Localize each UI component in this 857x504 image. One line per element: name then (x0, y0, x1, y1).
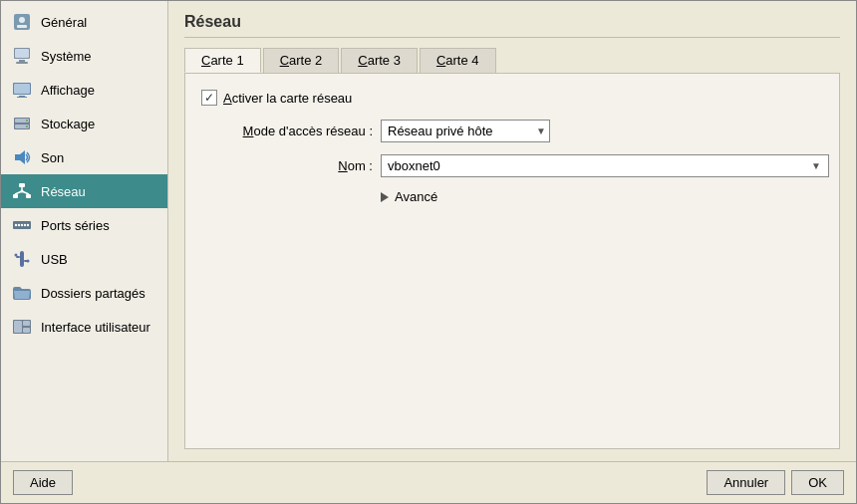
sidebar-item-display[interactable]: Affichage (1, 73, 167, 107)
tab-bar: Carte 1 Carte 2 Carte 3 Carte 4 (184, 48, 840, 73)
section-title: Réseau (184, 13, 840, 38)
sidebar-label-serial: Ports séries (41, 218, 110, 233)
tab-carte2[interactable]: Carte 2 (263, 48, 340, 73)
svg-point-28 (24, 224, 26, 226)
bottom-bar: Aide Annuler OK (1, 461, 856, 503)
usb-icon (11, 248, 33, 270)
general-icon (11, 11, 33, 33)
svg-point-1 (19, 17, 25, 23)
advanced-row[interactable]: Avancé (381, 189, 823, 204)
svg-marker-16 (15, 150, 25, 164)
sidebar-item-system[interactable]: Système (1, 39, 167, 73)
svg-rect-17 (19, 183, 25, 187)
sidebar-label-usb: USB (41, 252, 68, 267)
access-mode-row: Mode d'accès réseau : Réseau privé hôte … (201, 120, 823, 142)
advanced-label: Avancé (395, 189, 437, 204)
advanced-triangle-icon (381, 192, 389, 202)
sidebar-label-system: Système (41, 49, 92, 64)
tab-carte3-label: Carte 3 (358, 53, 401, 68)
aide-button[interactable]: Aide (13, 470, 73, 495)
sidebar-item-serial[interactable]: Ports séries (1, 208, 167, 242)
tab-carte1-label: Carte 1 (201, 53, 244, 68)
sidebar-item-usb[interactable]: USB (1, 242, 167, 276)
name-select-wrapper: vboxnet0 ▼ (381, 154, 821, 177)
sidebar-label-sound: Son (41, 150, 64, 165)
svg-rect-2 (17, 25, 27, 28)
enable-checkbox[interactable] (201, 90, 217, 106)
tab-carte2-label: Carte 2 (280, 53, 323, 68)
system-icon (11, 45, 33, 67)
svg-rect-36 (14, 321, 22, 333)
svg-point-34 (27, 260, 30, 263)
main-content: Réseau Carte 1 Carte 2 Carte 3 Carte 4 (168, 1, 856, 461)
enable-label: Activer la carte réseau (223, 91, 352, 106)
access-mode-label: Mode d'accès réseau : (201, 124, 381, 138)
sound-icon (11, 146, 33, 168)
storage-icon (11, 113, 33, 134)
sharedfolders-icon (11, 282, 33, 304)
access-mode-select-wrapper: Réseau privé hôte NAT Réseau NAT Réseau … (381, 120, 550, 142)
name-row: Nom : vboxnet0 ▼ (201, 154, 823, 177)
svg-rect-30 (20, 251, 24, 267)
tab-carte4[interactable]: Carte 4 (420, 48, 496, 73)
sidebar-label-network: Réseau (41, 184, 86, 199)
sidebar-item-storage[interactable]: Stockage (1, 107, 167, 140)
svg-point-27 (21, 224, 23, 226)
sidebar-label-general: Général (41, 15, 87, 30)
sidebar-label-ui: Interface utilisateur (41, 320, 150, 335)
svg-rect-37 (23, 321, 30, 326)
svg-point-26 (18, 224, 20, 226)
enable-row: Activer la carte réseau (201, 90, 823, 106)
svg-rect-10 (17, 97, 27, 98)
svg-rect-5 (16, 62, 28, 64)
access-mode-select[interactable]: Réseau privé hôte NAT Réseau NAT Réseau … (381, 120, 550, 142)
display-icon (11, 79, 33, 101)
svg-point-23 (21, 190, 24, 193)
sidebar-item-sharedfolders[interactable]: Dossiers partagés (1, 276, 167, 310)
tab-carte4-label: Carte 4 (436, 53, 479, 68)
sidebar: Général Système (1, 1, 168, 461)
name-select[interactable]: vboxnet0 (381, 154, 829, 177)
svg-rect-8 (14, 84, 30, 94)
svg-point-33 (15, 254, 18, 257)
sidebar-item-sound[interactable]: Son (1, 140, 167, 174)
dialog: Général Système (0, 0, 857, 504)
name-label: Nom : (201, 158, 381, 173)
svg-rect-6 (15, 49, 29, 58)
svg-rect-38 (23, 328, 30, 333)
tab-carte1[interactable]: Carte 1 (184, 48, 261, 73)
dialog-body: Général Système (1, 1, 856, 461)
tab-carte3[interactable]: Carte 3 (341, 48, 418, 73)
sidebar-item-ui[interactable]: Interface utilisateur (1, 310, 167, 344)
svg-point-14 (26, 120, 28, 122)
annuler-button[interactable]: Annuler (707, 470, 785, 495)
svg-point-15 (26, 126, 28, 127)
svg-rect-4 (19, 60, 25, 62)
ok-button[interactable]: OK (791, 470, 844, 495)
sidebar-label-storage: Stockage (41, 117, 95, 131)
svg-point-25 (15, 224, 17, 226)
sidebar-item-network[interactable]: Réseau (1, 174, 167, 208)
sidebar-label-display: Affichage (41, 83, 95, 98)
ui-icon (11, 316, 33, 338)
svg-point-29 (27, 224, 29, 226)
network-icon (11, 180, 33, 202)
action-buttons: Annuler OK (707, 470, 844, 495)
tab-content: Activer la carte réseau Mode d'accès rés… (184, 73, 840, 449)
sidebar-item-general[interactable]: Général (1, 5, 167, 39)
serial-icon (11, 214, 33, 236)
sidebar-label-sharedfolders: Dossiers partagés (41, 286, 145, 301)
